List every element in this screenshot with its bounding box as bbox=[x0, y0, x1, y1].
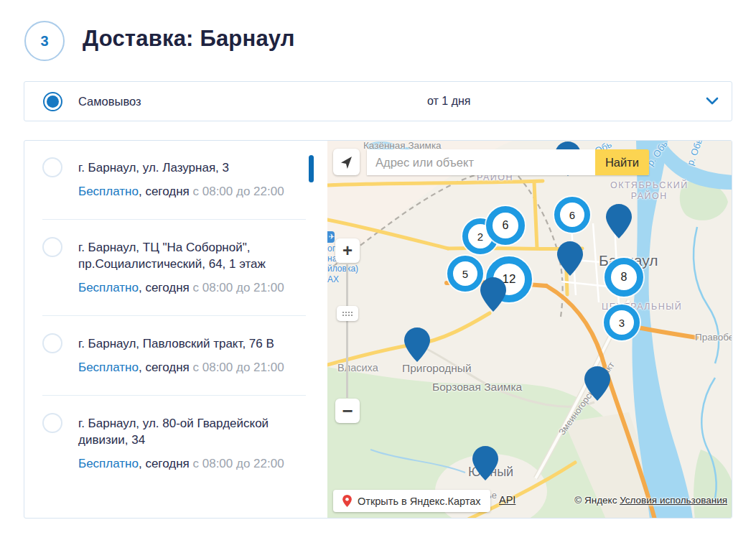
navigation-arrow-icon bbox=[340, 155, 354, 169]
chevron-down-icon[interactable] bbox=[706, 97, 719, 106]
pickup-method-row[interactable]: Самовывоз от 1 дня bbox=[24, 81, 732, 121]
zoom-out-button[interactable]: − bbox=[335, 399, 360, 423]
map-label-borzovaya-zaimka: Борзовая Заимка bbox=[432, 381, 522, 394]
pickup-point-radio[interactable] bbox=[42, 413, 62, 433]
pickup-point-address: г. Барнаул, ул. Лазурная, 3 bbox=[78, 159, 288, 176]
pickup-point-item[interactable]: г. Барнаул, ТЦ "На Соборной", пр.Социали… bbox=[42, 219, 306, 315]
pickup-point-item[interactable]: г. Барнаул, Павловский тракт, 76 В Беспл… bbox=[42, 315, 306, 395]
map-cluster[interactable]: 6 bbox=[554, 197, 590, 233]
map-label-prigorodny: Пригородный bbox=[402, 362, 472, 375]
pickup-point-radio[interactable] bbox=[42, 237, 62, 257]
api-link[interactable]: API bbox=[499, 494, 515, 506]
map-label-fragment: йловка) bbox=[327, 264, 358, 274]
pickup-point-schedule: Бесплатно, сегодня с 08:00 до 22:00 bbox=[78, 455, 288, 472]
zoom-slider-track[interactable] bbox=[346, 264, 348, 398]
free-label: Бесплатно bbox=[78, 185, 139, 198]
free-label: Бесплатно bbox=[78, 361, 139, 374]
hours-label: с 08:00 до 22:00 bbox=[193, 457, 284, 470]
map-cluster[interactable]: 8 bbox=[605, 258, 643, 297]
zoom-in-button[interactable]: + bbox=[335, 238, 360, 263]
free-label: Бесплатно bbox=[78, 457, 139, 470]
search-input[interactable] bbox=[367, 149, 595, 175]
today-label: , сегодня bbox=[139, 185, 190, 198]
pickup-points-list: г. Барнаул, ул. Лазурная, 3 Бесплатно, с… bbox=[24, 141, 327, 508]
pickup-point-radio[interactable] bbox=[42, 333, 62, 353]
map-pin[interactable] bbox=[606, 204, 632, 238]
hours-label: с 08:00 до 21:00 bbox=[193, 361, 284, 374]
map-label-oktyabrsky-rayon: ОКТЯБРЬСКИЙРАЙОН bbox=[610, 180, 689, 202]
airport-poi-icon: ✈ bbox=[327, 231, 335, 243]
map-pin[interactable] bbox=[557, 241, 583, 276]
pickup-method-radio-selected[interactable] bbox=[43, 92, 62, 111]
yandex-copyright-label: © Яндекс bbox=[574, 495, 617, 506]
hours-label: с 08:00 до 21:00 bbox=[193, 281, 284, 294]
pickup-point-item[interactable]: г. Барнаул, ул. 80-ой Гвардейской дивизи… bbox=[42, 395, 306, 491]
map-search-bar: Найти bbox=[367, 149, 649, 175]
free-label: Бесплатно bbox=[78, 281, 139, 294]
zoom-slider-handle[interactable] bbox=[337, 306, 358, 321]
map-label-fragment: АХ bbox=[327, 274, 339, 284]
page-title: Доставка: Барнаул bbox=[83, 26, 295, 52]
list-scrollbar-thumb[interactable] bbox=[309, 155, 314, 182]
map-pin[interactable] bbox=[584, 366, 610, 401]
map-copyright: © Яндекс Условия использования bbox=[574, 495, 727, 506]
pickup-point-address: г. Барнаул, ТЦ "На Соборной", пр.Социали… bbox=[78, 239, 288, 272]
today-label: , сегодня bbox=[139, 361, 190, 374]
geolocation-button[interactable] bbox=[333, 149, 360, 175]
map-cluster[interactable]: 6 bbox=[486, 206, 525, 245]
pickup-method-duration: от 1 дня bbox=[427, 95, 471, 108]
today-label: , сегодня bbox=[139, 457, 190, 470]
today-label: , сегодня bbox=[139, 281, 190, 294]
map-pin[interactable] bbox=[404, 327, 430, 362]
pickup-point-schedule: Бесплатно, сегодня с 08:00 до 21:00 bbox=[78, 359, 288, 376]
open-in-yandex-maps-label: Открыть в Яндекс.Картах bbox=[358, 496, 481, 507]
pickup-point-address: г. Барнаул, ул. 80-ой Гвардейской дивизи… bbox=[78, 415, 288, 448]
map-label-pravoberezhny: Правобе bbox=[695, 332, 732, 343]
hours-label: с 08:00 до 22:00 bbox=[193, 185, 284, 198]
pickup-points-panel: г. Барнаул, ул. Лазурная, 3 Бесплатно, с… bbox=[24, 140, 732, 519]
map-label-vlasikha: Власиха bbox=[337, 362, 378, 373]
pickup-point-radio[interactable] bbox=[42, 157, 62, 177]
open-in-yandex-maps-button[interactable]: Открыть в Яндекс.Картах bbox=[333, 490, 490, 512]
red-pin-icon bbox=[342, 495, 352, 507]
map[interactable]: Казённая Заимка РАЙОН ОКТЯБРЬСКИЙРАЙОН Б… bbox=[327, 141, 732, 519]
pickup-method-label: Самовывоз bbox=[78, 95, 141, 108]
map-cluster[interactable]: 3 bbox=[604, 305, 640, 340]
step-number-badge: 3 bbox=[24, 21, 65, 61]
map-pin[interactable] bbox=[472, 446, 498, 480]
map-pin[interactable] bbox=[480, 277, 506, 312]
find-button[interactable]: Найти bbox=[595, 149, 649, 175]
map-cluster[interactable]: 5 bbox=[447, 256, 483, 292]
terms-of-use-link[interactable]: Условия использования bbox=[620, 495, 727, 506]
pickup-point-address: г. Барнаул, Павловский тракт, 76 В bbox=[78, 335, 288, 352]
pickup-point-schedule: Бесплатно, сегодня с 08:00 до 22:00 bbox=[78, 183, 288, 200]
pickup-point-schedule: Бесплатно, сегодня с 08:00 до 21:00 bbox=[78, 279, 288, 296]
pickup-point-item[interactable]: г. Барнаул, ул. Лазурная, 3 Бесплатно, с… bbox=[42, 159, 306, 219]
